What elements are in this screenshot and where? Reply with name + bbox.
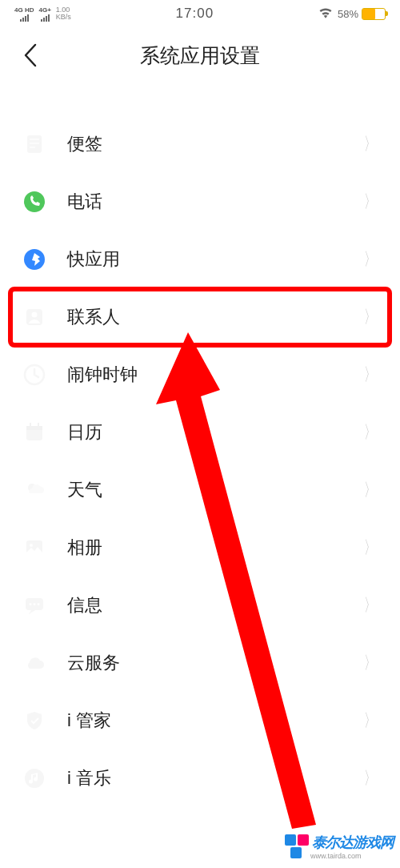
row-label: i 音乐 [67, 766, 111, 790]
status-right: 58% [318, 7, 386, 21]
row-calendar[interactable]: 日历〉 [0, 404, 400, 461]
svg-point-12 [30, 544, 33, 547]
chevron-right-icon: 〉 [364, 478, 376, 502]
row-label: 天气 [67, 478, 102, 502]
svg-rect-7 [26, 426, 42, 430]
row-phone[interactable]: 电话〉 [0, 173, 400, 231]
svg-point-4 [32, 312, 38, 318]
watermark: 泰尔达游戏网 www.tairda.com [285, 833, 394, 860]
row-label: 联系人 [67, 305, 120, 329]
row-imanager[interactable]: i 管家〉 [0, 692, 400, 749]
watermark-logo-icon [285, 834, 309, 858]
phone-icon [21, 188, 48, 215]
watermark-text: 泰尔达游戏网 [312, 833, 394, 852]
svg-rect-9 [38, 423, 39, 428]
chevron-right-icon: 〉 [364, 305, 376, 329]
svg-rect-8 [30, 423, 31, 428]
chevron-right-icon: 〉 [364, 651, 376, 675]
row-label: 电话 [67, 190, 102, 214]
wifi-icon [318, 7, 333, 21]
row-notes[interactable]: 便签〉 [0, 115, 400, 173]
battery-icon [362, 8, 386, 20]
svg-point-16 [38, 603, 40, 605]
row-label: 闹钟时钟 [67, 363, 138, 387]
chevron-right-icon: 〉 [364, 420, 376, 444]
row-gallery[interactable]: 相册〉 [0, 519, 400, 577]
row-label: 日历 [67, 420, 102, 444]
row-clock[interactable]: 闹钟时钟〉 [0, 346, 400, 404]
chevron-right-icon: 〉 [364, 709, 376, 733]
music-icon [21, 765, 48, 792]
row-imusic[interactable]: i 音乐〉 [0, 749, 400, 807]
status-left: 4G HD 4G+ 1.00 KB/s [14, 6, 71, 22]
quickapp-icon [21, 246, 48, 273]
shield-icon [21, 707, 48, 734]
chevron-right-icon: 〉 [364, 132, 376, 156]
messages-icon [21, 592, 48, 619]
row-quickapp[interactable]: 快应用〉 [0, 231, 400, 288]
row-cloud[interactable]: 云服务〉 [0, 634, 400, 692]
chevron-right-icon: 〉 [364, 536, 376, 560]
row-weather[interactable]: 天气〉 [0, 461, 400, 519]
contacts-icon [21, 303, 48, 331]
chevron-right-icon: 〉 [364, 766, 376, 790]
svg-point-14 [30, 603, 32, 605]
calendar-icon [21, 419, 48, 446]
gallery-icon [21, 534, 48, 561]
signal-1: 4G HD [14, 6, 34, 22]
chevron-right-icon: 〉 [364, 363, 376, 387]
network-speed: 1.00 KB/s [56, 6, 71, 21]
page-title: 系统应用设置 [0, 42, 400, 69]
row-label: 信息 [67, 593, 102, 617]
row-label: 云服务 [67, 651, 120, 675]
back-button[interactable] [14, 39, 46, 71]
signal-2: 4G+ [38, 6, 50, 22]
status-time: 17:00 [176, 6, 214, 22]
clock-icon [21, 361, 48, 388]
row-label: 便签 [67, 132, 102, 156]
chevron-right-icon: 〉 [364, 247, 376, 271]
cloud-icon [21, 649, 48, 677]
row-label: 相册 [67, 536, 102, 560]
row-label: i 管家 [67, 709, 111, 733]
chevron-right-icon: 〉 [364, 190, 376, 214]
nav-header: 系统应用设置 [0, 27, 400, 83]
watermark-url: www.tairda.com [310, 852, 394, 860]
svg-rect-0 [27, 135, 42, 153]
row-messages[interactable]: 信息〉 [0, 577, 400, 634]
svg-point-15 [34, 603, 36, 605]
status-bar: 4G HD 4G+ 1.00 KB/s 17:00 58% [0, 0, 400, 27]
note-icon [21, 131, 48, 158]
settings-list: 便签〉电话〉快应用〉联系人〉闹钟时钟〉日历〉天气〉相册〉信息〉云服务〉i 管家〉… [0, 83, 400, 807]
row-contacts[interactable]: 联系人〉 [0, 288, 400, 346]
row-label: 快应用 [67, 247, 120, 271]
battery-indicator: 58% [338, 8, 386, 20]
chevron-right-icon: 〉 [364, 593, 376, 617]
weather-icon [21, 476, 48, 504]
